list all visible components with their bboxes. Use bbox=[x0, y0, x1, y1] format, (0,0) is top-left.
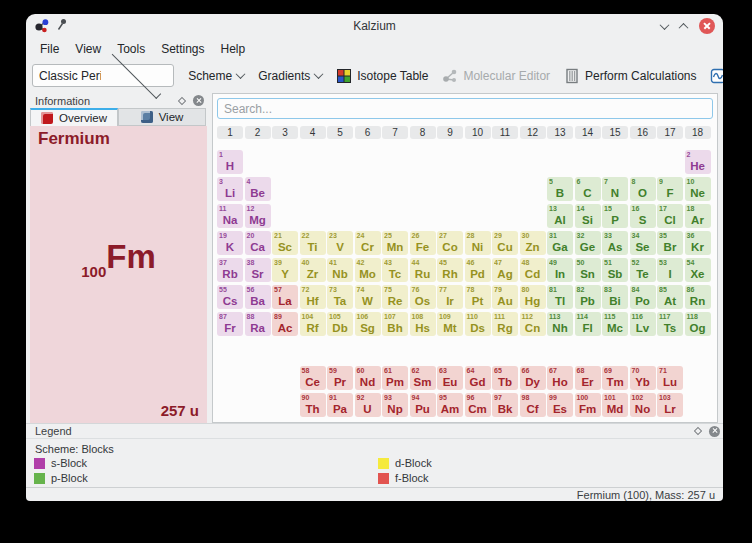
element-Nb[interactable]: 41Nb bbox=[327, 258, 353, 282]
element-Lu[interactable]: 71Lu bbox=[657, 366, 683, 390]
element-Gd[interactable]: 64Gd bbox=[465, 366, 491, 390]
element-Ta[interactable]: 73Ta bbox=[327, 285, 353, 309]
search-input[interactable] bbox=[217, 98, 713, 119]
element-Fl[interactable]: 114Fl bbox=[575, 312, 601, 336]
element-Fm[interactable]: 100Fm bbox=[575, 393, 601, 417]
element-Pu[interactable]: 94Pu bbox=[410, 393, 436, 417]
element-Nd[interactable]: 60Nd bbox=[355, 366, 381, 390]
maximize-button[interactable] bbox=[679, 22, 689, 32]
element-Cd[interactable]: 48Cd bbox=[520, 258, 546, 282]
element-Rn[interactable]: 86Rn bbox=[685, 285, 711, 309]
tab-overview[interactable]: Overview bbox=[30, 108, 118, 126]
element-Md[interactable]: 101Md bbox=[602, 393, 628, 417]
tab-view[interactable]: View bbox=[118, 108, 206, 126]
element-Mg[interactable]: 12Mg bbox=[245, 204, 271, 228]
element-Rg[interactable]: 111Rg bbox=[492, 312, 518, 336]
element-N[interactable]: 7N bbox=[602, 177, 628, 201]
element-He[interactable]: 2He bbox=[685, 150, 711, 174]
element-Lr[interactable]: 103Lr bbox=[657, 393, 683, 417]
element-Pa[interactable]: 91Pa bbox=[327, 393, 353, 417]
element-Bh[interactable]: 107Bh bbox=[382, 312, 408, 336]
element-Rh[interactable]: 45Rh bbox=[437, 258, 463, 282]
element-Hs[interactable]: 108Hs bbox=[410, 312, 436, 336]
element-Sb[interactable]: 51Sb bbox=[602, 258, 628, 282]
element-Cr[interactable]: 24Cr bbox=[355, 231, 381, 255]
element-Np[interactable]: 93Np bbox=[382, 393, 408, 417]
element-Tm[interactable]: 69Tm bbox=[602, 366, 628, 390]
element-Pd[interactable]: 46Pd bbox=[465, 258, 491, 282]
element-Yb[interactable]: 70Yb bbox=[630, 366, 656, 390]
element-Co[interactable]: 27Co bbox=[437, 231, 463, 255]
element-Cf[interactable]: 98Cf bbox=[520, 393, 546, 417]
element-La[interactable]: 57La bbox=[272, 285, 298, 309]
element-Zr[interactable]: 40Zr bbox=[300, 258, 326, 282]
element-As[interactable]: 33As bbox=[602, 231, 628, 255]
element-No[interactable]: 102No bbox=[630, 393, 656, 417]
element-U[interactable]: 92U bbox=[355, 393, 381, 417]
element-Ne[interactable]: 10Ne bbox=[685, 177, 711, 201]
element-Tb[interactable]: 65Tb bbox=[492, 366, 518, 390]
isotope-table-button[interactable]: Isotope Table bbox=[336, 68, 428, 84]
element-Ba[interactable]: 56Ba bbox=[245, 285, 271, 309]
element-Cu[interactable]: 29Cu bbox=[492, 231, 518, 255]
element-Sc[interactable]: 21Sc bbox=[272, 231, 298, 255]
element-Mo[interactable]: 42Mo bbox=[355, 258, 381, 282]
element-V[interactable]: 23V bbox=[327, 231, 353, 255]
element-Na[interactable]: 11Na bbox=[217, 204, 243, 228]
element-Y[interactable]: 39Y bbox=[272, 258, 298, 282]
element-Fe[interactable]: 26Fe bbox=[410, 231, 436, 255]
scheme-menu-button[interactable]: Scheme bbox=[188, 69, 244, 83]
element-Rb[interactable]: 37Rb bbox=[217, 258, 243, 282]
title-bar[interactable]: Kalzium bbox=[26, 14, 723, 38]
element-Er[interactable]: 68Er bbox=[575, 366, 601, 390]
float-panel-icon[interactable] bbox=[694, 427, 702, 435]
element-Bi[interactable]: 83Bi bbox=[602, 285, 628, 309]
element-Hf[interactable]: 72Hf bbox=[300, 285, 326, 309]
element-Ni[interactable]: 28Ni bbox=[465, 231, 491, 255]
element-K[interactable]: 19K bbox=[217, 231, 243, 255]
element-Eu[interactable]: 63Eu bbox=[437, 366, 463, 390]
element-Ir[interactable]: 77Ir bbox=[437, 285, 463, 309]
element-At[interactable]: 85At bbox=[657, 285, 683, 309]
menu-file[interactable]: File bbox=[32, 40, 67, 58]
element-Pt[interactable]: 78Pt bbox=[465, 285, 491, 309]
element-Sn[interactable]: 50Sn bbox=[575, 258, 601, 282]
element-Cs[interactable]: 55Cs bbox=[217, 285, 243, 309]
close-panel-icon[interactable] bbox=[193, 95, 204, 106]
gradients-menu-button[interactable]: Gradients bbox=[258, 69, 322, 83]
element-Ga[interactable]: 31Ga bbox=[547, 231, 573, 255]
element-Dy[interactable]: 66Dy bbox=[520, 366, 546, 390]
element-Ti[interactable]: 22Ti bbox=[300, 231, 326, 255]
element-S[interactable]: 16S bbox=[630, 204, 656, 228]
element-Be[interactable]: 4Be bbox=[245, 177, 271, 201]
element-Es[interactable]: 99Es bbox=[547, 393, 573, 417]
element-Sg[interactable]: 106Sg bbox=[355, 312, 381, 336]
element-Cl[interactable]: 17Cl bbox=[657, 204, 683, 228]
element-Ca[interactable]: 20Ca bbox=[245, 231, 271, 255]
element-In[interactable]: 49In bbox=[547, 258, 573, 282]
element-Ra[interactable]: 88Ra bbox=[245, 312, 271, 336]
element-Ds[interactable]: 110Ds bbox=[465, 312, 491, 336]
plot-data-button[interactable]: Plot Data bbox=[710, 68, 723, 84]
element-I[interactable]: 53I bbox=[657, 258, 683, 282]
element-Ac[interactable]: 89Ac bbox=[272, 312, 298, 336]
element-Og[interactable]: 118Og bbox=[685, 312, 711, 336]
element-B[interactable]: 5B bbox=[547, 177, 573, 201]
element-Os[interactable]: 76Os bbox=[410, 285, 436, 309]
element-Ag[interactable]: 47Ag bbox=[492, 258, 518, 282]
element-Ce[interactable]: 58Ce bbox=[300, 366, 326, 390]
element-Nh[interactable]: 113Nh bbox=[547, 312, 573, 336]
element-P[interactable]: 15P bbox=[602, 204, 628, 228]
element-Mt[interactable]: 109Mt bbox=[437, 312, 463, 336]
element-Re[interactable]: 75Re bbox=[382, 285, 408, 309]
perform-calculations-button[interactable]: Perform Calculations bbox=[564, 68, 696, 84]
element-Bk[interactable]: 97Bk bbox=[492, 393, 518, 417]
element-Db[interactable]: 105Db bbox=[327, 312, 353, 336]
element-Ru[interactable]: 44Ru bbox=[410, 258, 436, 282]
element-Tc[interactable]: 43Tc bbox=[382, 258, 408, 282]
close-panel-icon[interactable] bbox=[709, 426, 720, 437]
element-Li[interactable]: 3Li bbox=[217, 177, 243, 201]
element-Mc[interactable]: 115Mc bbox=[602, 312, 628, 336]
table-type-select[interactable]: Classic Periodic Table bbox=[32, 64, 174, 87]
element-Si[interactable]: 14Si bbox=[575, 204, 601, 228]
